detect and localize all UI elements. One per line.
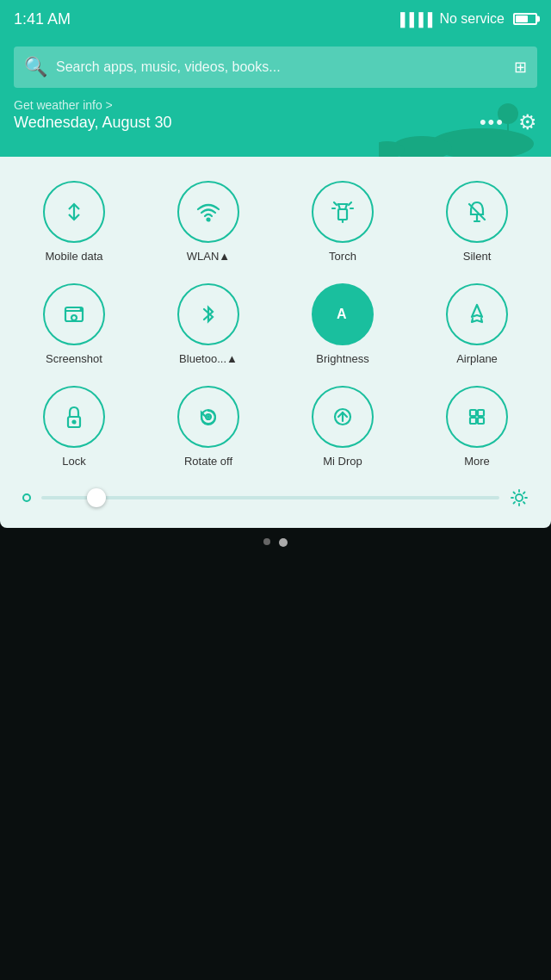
brightness-slider-row [9, 481, 542, 514]
wifi-icon [194, 197, 223, 226]
qs-item-mobile-data[interactable]: Mobile data [9, 174, 139, 270]
mobile-data-icon [59, 197, 89, 226]
sun-icon [510, 488, 529, 507]
airplane-label: Airplane [456, 352, 498, 365]
qs-item-screenshot[interactable]: Screenshot [9, 276, 139, 372]
rotate-circle [177, 386, 239, 448]
lock-icon [59, 402, 89, 431]
qs-item-rotate-off[interactable]: Rotate off [143, 379, 274, 474]
header: 🔍 Search apps, music, videos, books... ⊞ [0, 38, 551, 88]
svg-line-38 [523, 493, 525, 494]
screenshot-label: Screenshot [46, 352, 102, 365]
page-indicators [0, 528, 551, 554]
lock-label: Lock [62, 455, 85, 468]
silent-label: Silent [463, 250, 492, 263]
no-service-text: No service [439, 11, 505, 27]
silent-circle [446, 181, 508, 243]
svg-line-37 [523, 502, 525, 504]
brightness-low-indicator [22, 493, 31, 502]
svg-point-18 [71, 315, 77, 320]
screenshot-icon [59, 300, 89, 329]
brightness-track[interactable] [41, 496, 499, 499]
svg-rect-8 [338, 209, 347, 220]
qs-item-more[interactable]: More [412, 379, 542, 474]
svg-line-36 [514, 493, 516, 494]
bluetooth-icon [194, 300, 223, 329]
mobile-data-circle [43, 181, 105, 243]
page-dot-2 [279, 538, 288, 547]
wlan-label: WLAN▲ [187, 250, 230, 263]
search-icon: 🔍 [24, 56, 47, 78]
svg-line-39 [514, 502, 516, 504]
svg-rect-27 [470, 410, 476, 416]
qs-item-torch[interactable]: Torch [277, 174, 408, 270]
bluetooth-label: Bluetoo...▲ [179, 352, 238, 365]
battery-icon [513, 13, 537, 25]
wlan-circle [177, 181, 239, 243]
svg-line-10 [334, 202, 337, 205]
qs-item-brightness[interactable]: A Brightness [277, 276, 408, 372]
bluetooth-circle [177, 283, 239, 345]
svg-rect-29 [470, 418, 476, 424]
brightness-icon: A [328, 300, 357, 329]
status-bar: 1:41 AM ▐▐▐▐ No service [0, 0, 551, 38]
airplane-circle [446, 283, 508, 345]
airplane-icon [462, 300, 492, 329]
more-circle [446, 386, 508, 448]
torch-circle [312, 181, 374, 243]
rotate-label: Rotate off [184, 455, 232, 468]
svg-rect-28 [478, 410, 484, 416]
svg-text:A: A [337, 307, 347, 321]
svg-point-7 [207, 219, 210, 221]
grid-view-icon[interactable]: ⊞ [514, 58, 527, 77]
midrop-circle [312, 386, 374, 448]
torch-icon [328, 197, 357, 226]
weather-actions: ••• ⚙ [480, 110, 537, 134]
status-time: 1:41 AM [14, 10, 71, 28]
svg-rect-30 [478, 418, 484, 424]
silent-icon [462, 197, 492, 226]
svg-point-31 [516, 494, 523, 501]
quick-settings-grid: Mobile data WLAN▲ [9, 174, 542, 474]
brightness-label: Brightness [316, 352, 368, 365]
torch-label: Torch [329, 250, 356, 263]
qs-item-midrop[interactable]: Mi Drop [277, 379, 408, 474]
page-dot-1 [263, 538, 270, 545]
midrop-icon [328, 402, 357, 431]
search-bar[interactable]: 🔍 Search apps, music, videos, books... ⊞ [14, 47, 537, 88]
lock-circle [43, 386, 105, 448]
search-placeholder: Search apps, music, videos, books... [56, 59, 505, 75]
qs-item-wlan[interactable]: WLAN▲ [143, 174, 274, 270]
more-options-icon[interactable]: ••• [480, 111, 505, 133]
dark-background [0, 554, 551, 878]
svg-point-22 [73, 421, 76, 424]
status-right: ▐▐▐▐ No service [396, 11, 537, 27]
rotate-icon [194, 402, 223, 431]
brightness-circle: A [312, 283, 374, 345]
qs-item-airplane[interactable]: Airplane [412, 276, 542, 372]
screenshot-circle [43, 283, 105, 345]
svg-line-11 [349, 202, 351, 205]
more-icon [462, 402, 492, 431]
mobile-data-label: Mobile data [45, 250, 102, 263]
weather-section: Get weather info > Wednesday, August 30 … [0, 88, 551, 157]
qs-item-bluetooth[interactable]: Bluetoo...▲ [143, 276, 274, 372]
brightness-high-indicator [510, 488, 529, 507]
quick-settings-panel: Mobile data WLAN▲ [0, 157, 551, 528]
settings-gear-icon[interactable]: ⚙ [518, 110, 537, 134]
qs-item-silent[interactable]: Silent [412, 174, 542, 270]
midrop-label: Mi Drop [323, 455, 362, 468]
more-label: More [464, 455, 490, 468]
qs-item-lock[interactable]: Lock [9, 379, 139, 474]
brightness-thumb[interactable] [87, 488, 106, 507]
signal-bars-icon: ▐▐▐▐ [396, 12, 433, 27]
